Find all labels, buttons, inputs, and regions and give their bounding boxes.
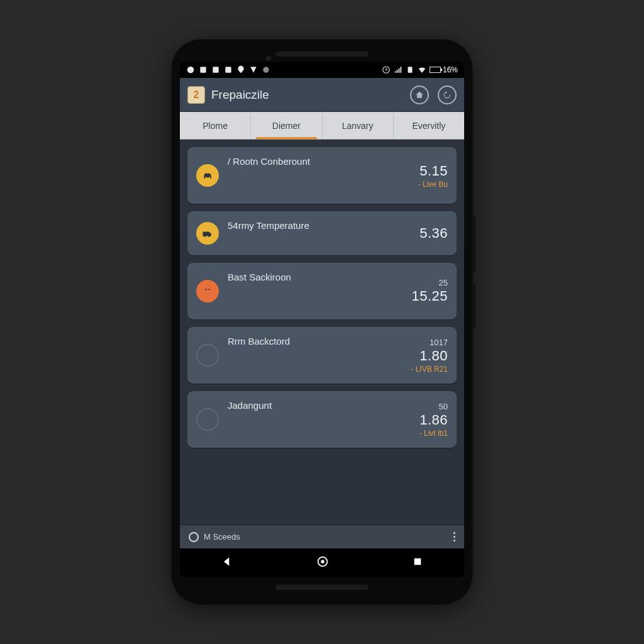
battery-text: 16% bbox=[443, 65, 458, 74]
svg-point-9 bbox=[205, 289, 206, 290]
status-icon bbox=[199, 65, 208, 74]
tab-label: Evervitly bbox=[412, 121, 445, 131]
list-item[interactable]: Rrm Backctord 1017 1.80 - LIVB R21 bbox=[187, 327, 457, 384]
card-status: - Livt lb1 bbox=[419, 429, 448, 438]
card-value: 1.86 bbox=[419, 412, 448, 428]
back-button[interactable] bbox=[221, 555, 233, 570]
card-value: 5.36 bbox=[419, 225, 448, 242]
svg-point-10 bbox=[208, 289, 209, 290]
dot-icon bbox=[196, 280, 219, 303]
footer-bar: M Sceeds bbox=[180, 525, 464, 548]
tab-evervitly[interactable]: Evervitly bbox=[394, 112, 464, 139]
refresh-action-button[interactable] bbox=[438, 86, 457, 104]
status-bar: 16% bbox=[180, 62, 464, 78]
svg-point-0 bbox=[187, 67, 194, 74]
card-status: - Live Bu bbox=[418, 180, 448, 189]
recents-button[interactable] bbox=[412, 556, 423, 570]
van-icon bbox=[196, 222, 219, 245]
card-top-value: 50 bbox=[439, 402, 448, 411]
tab-lanvary[interactable]: Lanvary bbox=[323, 112, 394, 139]
tab-bar: Plome Diemer Lanvary Evervitly bbox=[180, 112, 464, 140]
signal-icon bbox=[394, 65, 402, 74]
card-list[interactable]: / Rootn Conberount 5.15 - Live Bu 54rmy … bbox=[180, 140, 464, 525]
card-top-value: 25 bbox=[439, 278, 448, 287]
app-bar: 2 Frepaiczile bbox=[180, 78, 464, 112]
card-title: Rrm Backctord bbox=[228, 335, 411, 347]
tab-label: Plome bbox=[203, 121, 228, 131]
list-item[interactable]: / Rootn Conberount 5.15 - Live Bu bbox=[187, 147, 457, 204]
clock-icon bbox=[382, 65, 391, 74]
status-icon bbox=[211, 65, 220, 74]
network-icon bbox=[406, 65, 414, 74]
card-title: 54rmy Temperature bbox=[228, 219, 419, 231]
svg-rect-1 bbox=[200, 67, 206, 72]
svg-point-8 bbox=[209, 177, 210, 178]
card-value: 5.15 bbox=[419, 163, 448, 179]
footer-label: M Sceeds bbox=[204, 532, 240, 541]
chat-icon[interactable] bbox=[189, 532, 199, 542]
svg-rect-6 bbox=[408, 67, 412, 72]
card-title: Bast Sackiroon bbox=[228, 270, 411, 282]
empty-icon bbox=[196, 344, 219, 367]
svg-point-4 bbox=[263, 67, 269, 72]
svg-rect-3 bbox=[225, 67, 231, 72]
svg-rect-2 bbox=[213, 67, 218, 72]
overflow-menu-button[interactable] bbox=[453, 532, 455, 541]
card-top-value: 1017 bbox=[430, 338, 448, 347]
home-action-button[interactable] bbox=[410, 86, 429, 104]
list-item[interactable]: 54rmy Temperature 5.36 bbox=[187, 211, 457, 255]
battery-indicator: 16% bbox=[430, 65, 458, 74]
empty-icon bbox=[196, 408, 219, 431]
status-icon bbox=[186, 65, 195, 74]
app-icon: 2 bbox=[187, 86, 205, 104]
tab-label: Diemer bbox=[272, 121, 301, 131]
list-item[interactable]: Bast Sackiroon 25 15.25 bbox=[187, 263, 457, 319]
tab-label: Lanvary bbox=[342, 121, 374, 131]
android-nav-bar bbox=[180, 548, 464, 577]
svg-point-7 bbox=[205, 177, 206, 178]
app-title: Frepaiczile bbox=[211, 88, 404, 102]
tab-diemer[interactable]: Diemer bbox=[251, 112, 322, 139]
tab-plome[interactable]: Plome bbox=[180, 112, 251, 139]
status-icon bbox=[236, 65, 245, 74]
wifi-icon bbox=[418, 65, 426, 74]
card-value: 15.25 bbox=[411, 288, 448, 304]
card-title: / Rootn Conberount bbox=[228, 155, 418, 167]
svg-point-12 bbox=[321, 560, 325, 564]
card-status: - LIVB R21 bbox=[411, 365, 448, 374]
home-button[interactable] bbox=[316, 555, 330, 571]
card-title: Jadangunt bbox=[228, 399, 419, 411]
status-icon bbox=[249, 65, 258, 74]
card-value: 1.80 bbox=[419, 348, 448, 364]
car-icon bbox=[196, 164, 219, 187]
list-item[interactable]: Jadangunt 50 1.86 - Livt lb1 bbox=[187, 391, 457, 448]
status-icon bbox=[224, 65, 233, 74]
status-icon bbox=[262, 65, 270, 74]
svg-rect-13 bbox=[414, 558, 421, 565]
